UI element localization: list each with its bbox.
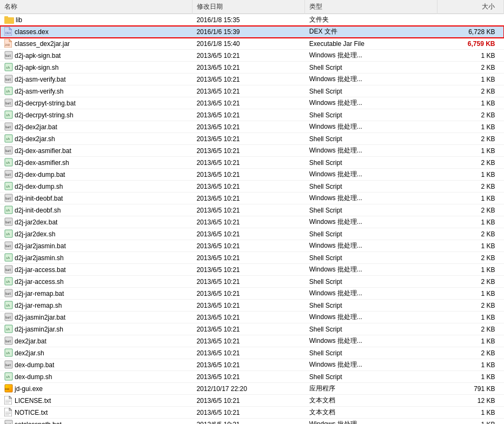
table-row[interactable]: sh d2j-apk-sign.sh 2013/6/5 10:21 Shell … bbox=[0, 62, 504, 74]
file-date-cell: 2013/6/5 10:21 bbox=[192, 276, 304, 288]
table-row[interactable]: bat d2j-jar-remap.bat 2013/6/5 10:21 Win… bbox=[0, 288, 504, 300]
svg-text:bat: bat bbox=[5, 363, 11, 367]
file-date-cell: 2016/1/8 15:40 bbox=[192, 38, 304, 50]
file-name-cell: sh d2j-jar-access.sh bbox=[0, 276, 192, 288]
file-type-cell: Shell Script bbox=[305, 276, 437, 288]
col-header-date[interactable]: 修改日期 bbox=[192, 0, 304, 14]
file-type: Windows 批处理... bbox=[309, 420, 362, 424]
file-name: d2j-dex2jar.bat bbox=[15, 123, 57, 131]
file-type: 文本文档 bbox=[309, 408, 335, 416]
file-size-cell: 1 KB bbox=[437, 121, 504, 133]
bat-icon: bat bbox=[4, 241, 13, 250]
bat-icon: bat bbox=[4, 265, 13, 274]
file-name: d2j-init-deobf.sh bbox=[15, 207, 61, 214]
file-name: d2j-jasmin2jar.bat bbox=[15, 314, 65, 321]
file-name-cell: sh d2j-dex-dump.sh bbox=[0, 181, 192, 193]
table-row[interactable]: exe jd-gui.exe 2012/10/17 22:20 应用程序 791… bbox=[0, 383, 504, 395]
file-type-cell: Shell Script bbox=[305, 323, 437, 335]
file-name-cell: NOTICE.txt bbox=[0, 407, 192, 419]
file-type: Windows 批处理... bbox=[309, 242, 362, 249]
file-type: Windows 批处理... bbox=[309, 99, 362, 107]
table-row[interactable]: DEX classes.dex 2016/1/6 15:39 DEX 文件 6,… bbox=[0, 26, 504, 38]
file-size: 2 KB bbox=[481, 278, 495, 286]
file-size: 1 KB bbox=[481, 361, 495, 369]
table-row[interactable]: bat setclasspath.bat 2013/6/5 10:21 Wind… bbox=[0, 419, 504, 425]
table-row[interactable]: bat d2j-dex-asmifier.bat 2013/6/5 10:21 … bbox=[0, 145, 504, 157]
svg-text:bat: bat bbox=[5, 125, 11, 129]
file-date-cell: 2013/6/5 10:21 bbox=[192, 62, 304, 74]
table-row[interactable]: bat d2j-decrpyt-string.bat 2013/6/5 10:2… bbox=[0, 97, 504, 109]
table-row[interactable]: sh d2j-dex2jar.sh 2013/6/5 10:21 Shell S… bbox=[0, 133, 504, 145]
table-row[interactable]: bat dex-dump.bat 2013/6/5 10:21 Windows … bbox=[0, 359, 504, 371]
table-row[interactable]: bat d2j-apk-sign.bat 2013/6/5 10:21 Wind… bbox=[0, 50, 504, 62]
file-name-cell: bat d2j-dex-asmifier.bat bbox=[0, 145, 192, 157]
table-row[interactable]: JAR classes_dex2jar.jar 2016/1/8 15:40 E… bbox=[0, 38, 504, 50]
table-row[interactable]: NOTICE.txt 2013/6/5 10:21 文本文档 1 KB bbox=[0, 407, 504, 419]
svg-text:bat: bat bbox=[5, 292, 11, 295]
table-row[interactable]: bat d2j-init-deobf.bat 2013/6/5 10:21 Wi… bbox=[0, 193, 504, 204]
sh-icon: sh bbox=[4, 324, 13, 333]
file-type: Shell Script bbox=[309, 159, 342, 167]
table-row[interactable]: bat d2j-jasmin2jar.bat 2013/6/5 10:21 Wi… bbox=[0, 312, 504, 323]
bat-icon: bat bbox=[4, 420, 13, 425]
table-row[interactable]: sh d2j-jar-remap.sh 2013/6/5 10:21 Shell… bbox=[0, 300, 504, 312]
bat-icon: bat bbox=[4, 289, 13, 297]
file-size: 2 KB bbox=[481, 349, 495, 357]
file-name-cell: sh d2j-jar-remap.sh bbox=[0, 300, 192, 312]
file-list: 名称 修改日期 类型 大小 lib 2016/1/8 15:35 文件夹 bbox=[0, 0, 504, 424]
file-date: 2016/1/8 15:40 bbox=[196, 40, 240, 48]
table-row[interactable]: sh d2j-decrpyt-string.sh 2013/6/5 10:21 … bbox=[0, 109, 504, 121]
file-name: d2j-apk-sign.sh bbox=[15, 64, 58, 71]
svg-marker-3 bbox=[9, 27, 12, 30]
file-name-cell: sh dex2jar.sh bbox=[0, 347, 192, 359]
file-date: 2013/6/5 10:21 bbox=[196, 242, 240, 250]
table-row[interactable]: sh d2j-jar2jasmin.sh 2013/6/5 10:21 Shel… bbox=[0, 252, 504, 264]
col-header-type[interactable]: 类型 bbox=[305, 0, 437, 14]
file-type: Windows 批处理... bbox=[309, 361, 362, 368]
table-row[interactable]: bat d2j-jar-access.bat 2013/6/5 10:21 Wi… bbox=[0, 264, 504, 276]
table-row[interactable]: sh d2j-init-deobf.sh 2013/6/5 10:21 Shel… bbox=[0, 204, 504, 216]
svg-text:sh: sh bbox=[6, 65, 10, 69]
table-row[interactable]: bat d2j-asm-verify.bat 2013/6/5 10:21 Wi… bbox=[0, 74, 504, 85]
file-type: Windows 批处理... bbox=[309, 147, 362, 154]
table-row[interactable]: lib 2016/1/8 15:35 文件夹 bbox=[0, 14, 504, 26]
table-row[interactable]: bat d2j-jar2jasmin.bat 2013/6/5 10:21 Wi… bbox=[0, 240, 504, 252]
file-size-cell: 1 KB bbox=[437, 97, 504, 109]
svg-text:bat: bat bbox=[5, 268, 11, 271]
file-date: 2013/6/5 10:21 bbox=[196, 302, 240, 309]
file-size-cell: 1 KB bbox=[437, 264, 504, 276]
table-row[interactable]: bat d2j-dex-dump.bat 2013/6/5 10:21 Wind… bbox=[0, 169, 504, 181]
file-type: Shell Script bbox=[309, 207, 342, 214]
table-row[interactable]: sh d2j-dex-asmifier.sh 2013/6/5 10:21 Sh… bbox=[0, 157, 504, 169]
file-size: 2 KB bbox=[481, 111, 495, 119]
file-type: DEX 文件 bbox=[309, 28, 337, 35]
file-size: 1 KB bbox=[481, 421, 495, 425]
table-row[interactable]: sh d2j-jar-access.sh 2013/6/5 10:21 Shel… bbox=[0, 276, 504, 288]
file-size-cell: 2 KB bbox=[437, 181, 504, 193]
table-row[interactable]: sh dex-dump.sh 2013/6/5 10:21 Shell Scri… bbox=[0, 371, 504, 383]
table-row[interactable]: bat d2j-dex2jar.bat 2013/6/5 10:21 Windo… bbox=[0, 121, 504, 133]
svg-text:sh: sh bbox=[6, 161, 10, 164]
table-row[interactable]: bat d2j-jar2dex.bat 2013/6/5 10:21 Windo… bbox=[0, 216, 504, 228]
file-type-cell: Shell Script bbox=[305, 228, 437, 240]
svg-text:bat: bat bbox=[5, 54, 11, 57]
file-date-cell: 2013/6/5 10:21 bbox=[192, 50, 304, 62]
txt-icon bbox=[4, 396, 13, 405]
col-header-size[interactable]: 大小 bbox=[437, 0, 504, 14]
file-date-cell: 2013/6/5 10:21 bbox=[192, 419, 304, 425]
table-row[interactable]: LICENSE.txt 2013/6/5 10:21 文本文档 12 KB bbox=[0, 395, 504, 407]
table-row[interactable]: sh d2j-jar2dex.sh 2013/6/5 10:21 Shell S… bbox=[0, 228, 504, 240]
col-header-name[interactable]: 名称 bbox=[0, 0, 192, 14]
file-type-cell: Windows 批处理... bbox=[305, 50, 437, 62]
file-size: 1 KB bbox=[481, 147, 495, 155]
file-size-cell: 2 KB bbox=[437, 276, 504, 288]
table-row[interactable]: sh d2j-asm-verify.sh 2013/6/5 10:21 Shel… bbox=[0, 85, 504, 97]
table-row[interactable]: sh d2j-dex-dump.sh 2013/6/5 10:21 Shell … bbox=[0, 181, 504, 193]
table-row[interactable]: sh d2j-jasmin2jar.sh 2013/6/5 10:21 Shel… bbox=[0, 323, 504, 335]
table-row[interactable]: sh dex2jar.sh 2013/6/5 10:21 Shell Scrip… bbox=[0, 347, 504, 359]
file-size: 1 KB bbox=[481, 171, 495, 178]
file-date-cell: 2016/1/6 15:39 bbox=[192, 26, 304, 38]
file-size-cell: 1 KB bbox=[437, 240, 504, 252]
file-type: Shell Script bbox=[309, 111, 342, 119]
table-row[interactable]: bat dex2jar.bat 2013/6/5 10:21 Windows 批… bbox=[0, 335, 504, 347]
